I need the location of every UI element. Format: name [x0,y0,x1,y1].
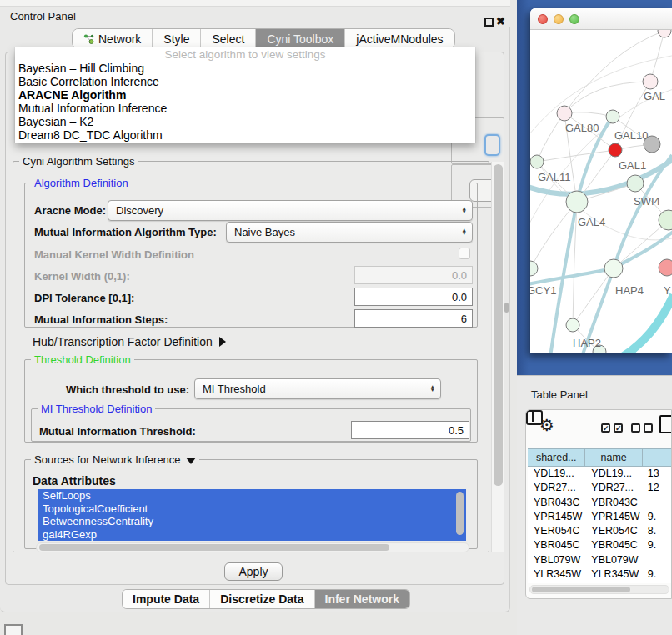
network-node[interactable] [530,261,538,276]
tab-select[interactable]: Select [201,29,256,48]
data-attribute-item[interactable]: BetweennessCentrality [38,515,466,528]
tab-cyni-toolbox[interactable]: Cyni Toolbox [256,29,345,48]
tab-network[interactable]: Network [73,29,153,48]
network-canvas[interactable]: GAL GAL80 GAL10 GAL1 GAL11 SWI4 GAL4 GCY… [530,30,672,353]
manual-kernel-width-label: Manual Kernel Width Definition [34,248,194,261]
data-attribute-item[interactable]: TopologicalCoefficient [38,502,466,516]
node-label: SWI4 [634,195,660,208]
mi-threshold-field[interactable]: 0.5 [351,421,469,439]
table-row[interactable]: YPR145WYPR145W9. [528,510,672,524]
algorithm-option[interactable]: Dream8 DC_TDC Algorithm [15,128,475,142]
network-node[interactable] [627,175,644,192]
table-row[interactable]: YIL052CYIL052C9. [528,582,672,583]
attributes-horizontal-scrollbar[interactable] [36,542,469,552]
network-node[interactable] [643,74,658,89]
settings-scrollbar[interactable] [491,162,504,552]
float-window-icon[interactable] [484,18,494,27]
column-header[interactable]: name [585,449,643,466]
table-row[interactable]: YDR27...YDR27...12 [528,481,672,495]
which-threshold-combobox[interactable]: MI Threshold ▲▼ [194,378,441,399]
algorithm-option[interactable]: Bayesian – Hill Climbing [15,62,475,75]
desktop-background: GAL GAL80 GAL10 GAL1 GAL11 SWI4 GAL4 GCY… [517,0,672,375]
network-node[interactable] [604,259,623,278]
table-cell: 9. [643,568,672,582]
node-label: GAL1 [619,159,646,172]
network-node[interactable] [530,155,544,168]
tab-discretize-data[interactable]: Discretize Data [210,590,314,608]
network-node[interactable] [658,30,671,38]
mi-algorithm-type-combobox[interactable]: Naive Bayes ▲▼ [226,222,473,242]
tab-style[interactable]: Style [153,29,201,48]
bottom-tabbar: Impute DataDiscretize DataInfer Network [122,589,410,609]
attributes-vertical-scrollbar[interactable] [456,492,464,535]
tab-label: Network [98,32,141,46]
table-cell: YBR045C [528,538,585,552]
tab-infer-network[interactable]: Infer Network [315,590,409,608]
algorithm-option[interactable]: Mutual Information Inference [15,102,475,115]
table-cell: YER054C [585,524,642,538]
node-label: GCY1 [530,284,556,297]
scrollbar-thumb[interactable] [532,587,630,592]
column-header[interactable]: shared... [528,449,585,466]
table-row[interactable]: YBL079WYBL079W [528,553,672,568]
network-window-titlebar[interactable] [530,8,672,30]
focused-combo-button[interactable] [484,134,500,156]
scrollbar-thumb[interactable] [39,544,389,551]
gear-icon[interactable]: ⚙ [539,415,554,435]
thick-teal-edge [617,295,672,353]
manual-kernel-width-checkbox[interactable] [459,248,470,259]
network-node[interactable] [659,259,672,276]
node-label: GAL11 [538,171,571,183]
tab-jactivemnodules[interactable]: jActiveMNodules [345,29,454,48]
node-label: HAP2 [573,337,601,349]
aracne-mode-combobox[interactable]: Discovery ▲▼ [108,200,473,221]
select-all-checkboxes-icon[interactable]: ✓✓ [601,423,623,432]
node-label: Y [664,284,671,297]
table-cell [643,496,672,510]
table-cell: 9. [643,582,672,583]
mi-steps-field[interactable]: 6 [354,309,473,328]
algorithm-option[interactable]: Basic Correlation Inference [15,75,475,88]
close-icon[interactable]: ✖ [496,15,505,28]
dpi-tolerance-field[interactable]: 0.0 [354,288,473,306]
apply-button[interactable]: Apply [224,562,283,581]
network-view-window[interactable]: GAL GAL80 GAL10 GAL1 GAL11 SWI4 GAL4 GCY… [530,8,672,353]
close-traffic-light[interactable] [538,14,548,24]
network-node-selected-red[interactable] [609,143,622,157]
network-node[interactable] [566,191,588,212]
zoom-traffic-light[interactable] [569,14,579,24]
collapsed-panel-icon[interactable] [4,624,23,635]
hub-section-toggle[interactable]: Hub/Transcription Factor Definition [33,335,226,348]
split-pane-handle[interactable] [504,302,509,312]
minimize-traffic-light[interactable] [554,14,564,24]
table-cell [643,553,672,568]
scrollbar-thumb[interactable] [494,164,503,486]
column-header[interactable] [643,449,672,466]
data-attribute-item[interactable]: SelfLoops [38,489,466,502]
tab-impute-data[interactable]: Impute Data [123,590,210,608]
network-graph: GAL GAL80 GAL10 GAL1 GAL11 SWI4 GAL4 GCY… [530,30,672,353]
tab-label: Select [212,32,244,46]
data-attributes-list[interactable]: SelfLoopsTopologicalCoefficientBetweenne… [38,489,466,541]
table-row[interactable]: YBR045CYBR045C9. [528,538,672,552]
algorithm-option[interactable]: Bayesian – K2 [15,115,475,128]
network-node[interactable] [566,318,579,332]
algorithm-option[interactable]: ARACNE Algorithm [15,88,475,102]
table-row[interactable]: YER054CYER054C8. [528,524,672,538]
kernel-width-field[interactable]: 0.0 [354,266,473,284]
dpi-tolerance-label: DPI Tolerance [0,1]: [34,292,134,304]
sources-group-title[interactable]: Sources for Network Inference [31,453,199,466]
deselect-all-checkboxes-icon[interactable] [631,423,653,432]
table-row[interactable]: YLR345WYLR345W9. [528,568,672,582]
data-attribute-item[interactable]: gal4RGexp [38,528,466,542]
table-horizontal-scrollbar[interactable] [529,585,669,594]
table-cell: YLR345W [528,568,585,582]
network-node[interactable] [557,106,572,121]
network-node[interactable] [606,110,619,123]
node-label: GAL10 [614,129,648,142]
table-row[interactable]: YDL19...YDL19...13 [528,467,672,481]
table-row[interactable]: YBR043CYBR043C [528,496,672,510]
mi-threshold-group-title: MI Threshold Definition [38,402,155,415]
node-label: HAP4 [615,284,644,297]
function-builder-icon[interactable] [659,415,672,433]
